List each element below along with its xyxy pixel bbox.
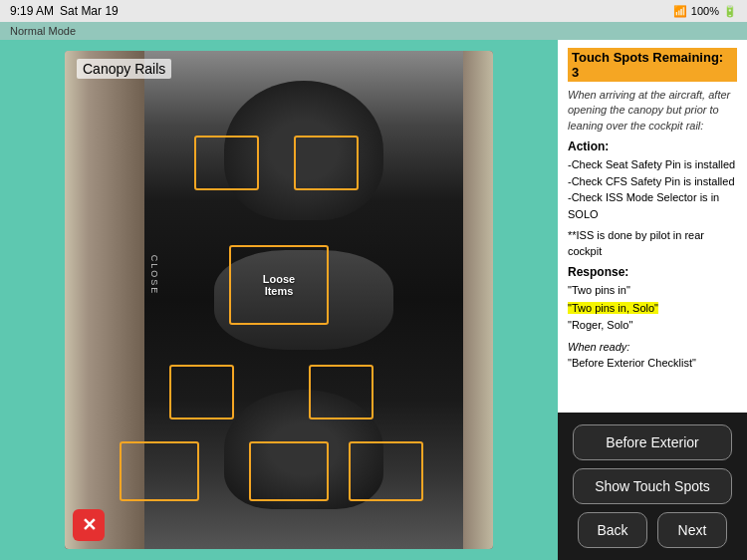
buttons-section: Before Exterior Show Touch Spots Back Ne… (558, 413, 747, 560)
close-label: CLOSE (149, 255, 159, 296)
action-item-2: -Check CFS Safety Pin is installed (568, 173, 737, 190)
touch-box-8[interactable] (349, 441, 423, 501)
response-highlight: "Two pins in, Solo" (568, 302, 658, 314)
info-response-label: Response: (568, 265, 737, 279)
next-button[interactable]: Next (657, 512, 727, 548)
info-note: **ISS is done by pilot in rear cockpit (568, 228, 737, 259)
info-intro: When arriving at the aircraft, after ope… (568, 88, 737, 134)
touch-box-4[interactable] (169, 365, 234, 420)
status-time: 9:19 AM (10, 4, 54, 18)
action-item-1: -Check Seat Safety Pin is installed (568, 156, 737, 173)
main-container: CLOSE Canopy Rails LooseItems (0, 40, 747, 560)
touch-box-7[interactable] (249, 441, 329, 501)
image-area: CLOSE Canopy Rails LooseItems (0, 40, 558, 560)
info-action-label: Action: (568, 140, 737, 153)
touch-box-2[interactable] (294, 136, 359, 190)
right-panel: Touch Spots Remaining: 3 When arriving a… (558, 40, 747, 560)
touch-spots-remaining-label: Touch Spots Remaining: 3 (568, 48, 737, 82)
response-line-3: "Roger, Solo" (568, 317, 737, 335)
battery-icon: 🔋 (723, 5, 737, 18)
touch-box-6[interactable] (120, 441, 199, 501)
mode-bar: Normal Mode (0, 22, 747, 40)
touch-box-1[interactable] (194, 136, 259, 190)
response-line-1: "Two pins in" (568, 282, 737, 300)
canopy-rails-label: Canopy Rails (77, 59, 171, 79)
touch-box-5[interactable] (309, 365, 374, 420)
info-before-exterior-text: "Before Exterior Checklist" (568, 357, 737, 369)
status-bar: 9:19 AM Sat Mar 19 📶 100% 🔋 (0, 0, 747, 22)
response-line-2: "Two pins in, Solo" (568, 300, 737, 318)
show-touch-spots-button[interactable]: Show Touch Spots (573, 468, 732, 504)
battery-label: 100% (691, 5, 719, 17)
action-item-3: -Check ISS Mode Selector is in SOLO (568, 189, 737, 222)
wifi-icon: 📶 (673, 5, 687, 18)
status-date: Sat Mar 19 (60, 4, 119, 18)
info-section: Touch Spots Remaining: 3 When arriving a… (558, 40, 747, 413)
info-response-lines: "Two pins in" "Two pins in, Solo" "Roger… (568, 282, 737, 335)
before-exterior-button[interactable]: Before Exterior (573, 424, 732, 460)
aircraft-image: CLOSE Canopy Rails LooseItems (65, 51, 493, 549)
info-when-ready: When ready: (568, 341, 737, 353)
info-action-list: -Check Seat Safety Pin is installed -Che… (568, 156, 737, 222)
cockpit-rail-right (463, 51, 493, 549)
touch-box-loose-items[interactable]: LooseItems (229, 245, 329, 325)
back-button[interactable]: Back (578, 512, 647, 548)
close-button[interactable]: ✕ (73, 509, 105, 541)
btn-row: Back Next (578, 512, 727, 548)
mode-label: Normal Mode (10, 25, 76, 37)
